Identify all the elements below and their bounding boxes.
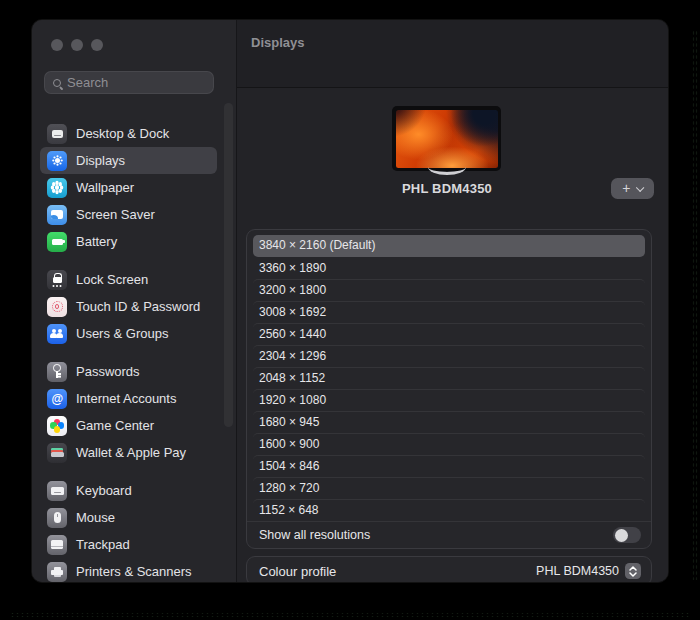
battery-icon — [47, 232, 67, 252]
sidebar-item-label: Internet Accounts — [76, 391, 176, 406]
resolution-row[interactable]: 1152 × 648 — [253, 499, 645, 521]
resolution-label: 1920 × 1080 — [259, 393, 326, 407]
screenshot-noise-bottom — [10, 612, 690, 619]
display-preview — [392, 106, 501, 171]
game-center-icon — [47, 416, 67, 436]
resolution-row[interactable]: 3360 × 1890 — [253, 257, 645, 279]
colour-profile-select[interactable]: PHL BDM4350 — [536, 563, 641, 579]
resolution-label: 2304 × 1296 — [259, 349, 326, 363]
content-pane: Displays PHL BDM4350 + 3840 × 2160 (Defa — [237, 20, 668, 582]
wallpaper-icon — [47, 178, 67, 198]
sidebar-item-printers-scanners[interactable]: Printers & Scanners — [40, 558, 217, 582]
sidebar-item-label: Screen Saver — [76, 207, 155, 222]
resolution-row[interactable]: 1504 × 846 — [253, 455, 645, 477]
zoom-button[interactable] — [91, 39, 103, 51]
trackpad-icon — [47, 535, 67, 555]
colour-profile-card: Colour profile PHL BDM4350 — [246, 556, 652, 582]
sidebar-group: Lock Screen Touch ID & Password Users & … — [40, 266, 217, 347]
sidebar-item-wallpaper[interactable]: Wallpaper — [40, 174, 217, 201]
sidebar-item-label: Passwords — [76, 364, 140, 379]
resolution-label: 1504 × 846 — [259, 459, 319, 473]
resolution-label: 3008 × 1692 — [259, 305, 326, 319]
show-all-resolutions-toggle[interactable] — [613, 527, 641, 543]
sidebar-item-label: Touch ID & Password — [76, 299, 200, 314]
updown-chevron-icon — [625, 563, 641, 579]
toggle-knob — [615, 529, 628, 542]
resolution-label: 1600 × 900 — [259, 437, 319, 451]
resolution-label: 3360 × 1890 — [259, 261, 326, 275]
sidebar-item-battery[interactable]: Battery — [40, 228, 217, 255]
window-controls — [51, 39, 103, 51]
printer-icon — [47, 562, 67, 582]
sidebar-item-label: Wallpaper — [76, 180, 134, 195]
show-all-resolutions-row: Show all resolutions — [247, 521, 651, 548]
resolution-row[interactable]: 1280 × 720 — [253, 477, 645, 499]
resolution-row[interactable]: 2048 × 1152 — [253, 367, 645, 389]
sidebar-item-label: Desktop & Dock — [76, 126, 169, 141]
lock-screen-icon — [47, 270, 67, 290]
screen-saver-icon — [47, 205, 67, 225]
sidebar-item-displays[interactable]: Displays — [40, 147, 217, 174]
sidebar-group: Desktop & Dock Displays Wallpaper Screen… — [40, 120, 217, 255]
page-title: Displays — [237, 20, 668, 50]
colour-profile-label: Colour profile — [259, 564, 336, 579]
search-icon — [53, 79, 61, 87]
sidebar-item-trackpad[interactable]: Trackpad — [40, 531, 217, 558]
sidebar-item-touch-id[interactable]: Touch ID & Password — [40, 293, 217, 320]
sidebar-item-label: Battery — [76, 234, 117, 249]
sidebar-item-keyboard[interactable]: Keyboard — [40, 477, 217, 504]
sidebar-item-label: Users & Groups — [76, 326, 168, 341]
resolution-label: 1152 × 648 — [259, 503, 319, 517]
sidebar-group: Keyboard Mouse Trackpad Printers & Scann… — [40, 477, 217, 582]
resolution-card: 3840 × 2160 (Default) 3360 × 1890 3200 ×… — [246, 229, 652, 549]
add-display-button[interactable]: + — [611, 178, 654, 199]
resolution-row[interactable]: 3840 × 2160 (Default) — [253, 235, 645, 257]
sidebar: Search Desktop & Dock Displays Wallpaper — [32, 20, 236, 582]
resolution-row[interactable]: 2560 × 1440 — [253, 323, 645, 345]
display-wallpaper — [396, 110, 498, 168]
minimize-button[interactable] — [71, 39, 83, 51]
sidebar-scrollbar[interactable] — [224, 103, 233, 427]
resolution-row[interactable]: 1600 × 900 — [253, 433, 645, 455]
content-body: PHL BDM4350 + 3840 × 2160 (Default) 3360… — [237, 89, 668, 582]
system-settings-window: Search Desktop & Dock Displays Wallpaper — [32, 20, 668, 582]
sidebar-item-users-groups[interactable]: Users & Groups — [40, 320, 217, 347]
sidebar-item-label: Mouse — [76, 510, 115, 525]
screenshot-noise-right — [692, 30, 698, 580]
search-placeholder: Search — [67, 76, 108, 89]
resolution-row[interactable]: 3200 × 1800 — [253, 279, 645, 301]
resolution-label: 1280 × 720 — [259, 481, 319, 495]
display-name: PHL BDM4350 — [237, 181, 657, 196]
sidebar-item-passwords[interactable]: Passwords — [40, 358, 217, 385]
mouse-icon — [47, 508, 67, 528]
keyboard-icon — [47, 481, 67, 501]
touch-id-icon — [47, 297, 67, 317]
desktop-dock-icon — [47, 124, 67, 144]
sidebar-item-label: Game Center — [76, 418, 154, 433]
sidebar-item-wallet[interactable]: Wallet & Apple Pay — [40, 439, 217, 466]
close-button[interactable] — [51, 39, 63, 51]
resolution-row[interactable]: 3008 × 1692 — [253, 301, 645, 323]
sidebar-item-mouse[interactable]: Mouse — [40, 504, 217, 531]
sidebar-item-label: Keyboard — [76, 483, 132, 498]
internet-accounts-icon: @ — [47, 389, 67, 409]
sidebar-item-desktop-dock[interactable]: Desktop & Dock — [40, 120, 217, 147]
sidebar-group: Passwords @ Internet Accounts Game Cente… — [40, 358, 217, 466]
resolution-label: 2560 × 1440 — [259, 327, 326, 341]
sidebar-nav: Desktop & Dock Displays Wallpaper Screen… — [40, 120, 217, 582]
search-input[interactable]: Search — [44, 71, 214, 94]
passwords-icon — [47, 362, 67, 382]
resolution-row[interactable]: 1920 × 1080 — [253, 389, 645, 411]
displays-icon — [47, 151, 67, 171]
sidebar-item-screen-saver[interactable]: Screen Saver — [40, 201, 217, 228]
resolution-label: 3840 × 2160 (Default) — [259, 238, 375, 252]
resolution-row[interactable]: 2304 × 1296 — [253, 345, 645, 367]
resolution-label: 1680 × 945 — [259, 415, 319, 429]
show-all-resolutions-label: Show all resolutions — [259, 528, 370, 542]
sidebar-item-game-center[interactable]: Game Center — [40, 412, 217, 439]
users-groups-icon — [47, 324, 67, 344]
sidebar-item-lock-screen[interactable]: Lock Screen — [40, 266, 217, 293]
resolution-row[interactable]: 1680 × 945 — [253, 411, 645, 433]
desktop-background: Search Desktop & Dock Displays Wallpaper — [0, 0, 700, 620]
sidebar-item-internet-accounts[interactable]: @ Internet Accounts — [40, 385, 217, 412]
